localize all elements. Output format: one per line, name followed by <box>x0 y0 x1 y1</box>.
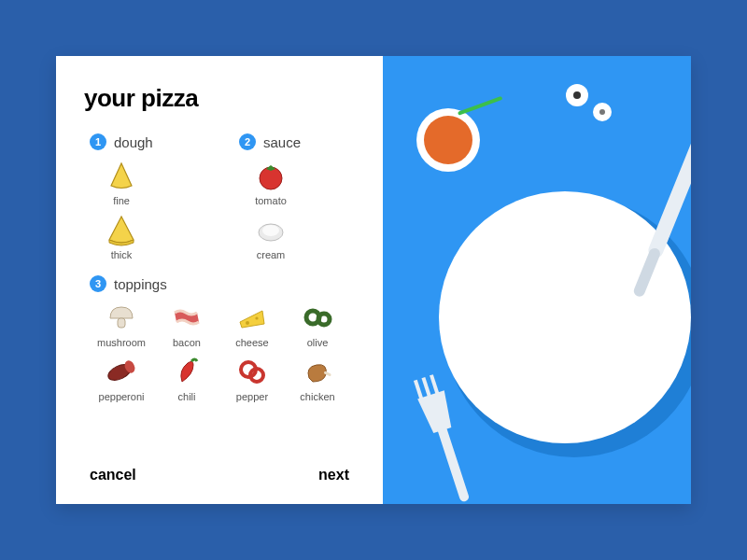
plate-illustration <box>383 56 691 504</box>
svg-point-4 <box>246 321 249 325</box>
option-chili[interactable]: chili <box>159 354 215 402</box>
section-dough: 1 dough fine <box>84 133 205 260</box>
section-label-sauce: sauce <box>263 134 301 150</box>
tomato-icon <box>253 158 289 193</box>
table-scene-icon <box>383 56 691 504</box>
option-label: chicken <box>300 391 334 402</box>
option-label: thick <box>111 249 133 260</box>
svg-point-16 <box>424 116 472 164</box>
option-fine[interactable]: fine <box>93 158 149 206</box>
svg-point-19 <box>573 91 581 99</box>
svg-point-7 <box>318 314 330 325</box>
option-tomato[interactable]: tomato <box>243 158 299 206</box>
option-label: olive <box>307 337 329 348</box>
mushroom-icon <box>104 300 139 335</box>
option-label: pepper <box>236 391 268 402</box>
option-label: cheese <box>235 337 268 348</box>
svg-point-5 <box>255 316 258 319</box>
chicken-icon <box>300 354 335 389</box>
section-sauce: 2 sauce tomato <box>233 133 355 260</box>
option-olive[interactable]: olive <box>289 300 345 348</box>
option-label: fine <box>113 195 130 206</box>
option-pepperoni[interactable]: pepperoni <box>93 354 149 402</box>
pepperoni-icon <box>104 354 139 389</box>
sections: 1 dough fine <box>84 133 355 467</box>
cream-icon <box>253 212 289 247</box>
bacon-icon <box>169 300 204 335</box>
cheese-icon <box>234 300 270 335</box>
step-badge-2: 2 <box>239 133 256 150</box>
config-panel: your pizza 1 dough fine <box>56 56 383 504</box>
dough-fine-icon <box>104 158 139 193</box>
option-label: tomato <box>255 195 287 206</box>
svg-rect-3 <box>118 318 125 328</box>
pepper-ring-icon <box>234 354 270 389</box>
option-thick[interactable]: thick <box>93 212 149 260</box>
option-label: pepperoni <box>99 391 145 402</box>
section-toppings: 3 toppings mushroom <box>84 275 355 402</box>
svg-point-14 <box>439 191 691 443</box>
svg-rect-17 <box>458 96 502 116</box>
pizza-builder-card: your pizza 1 dough fine <box>56 56 691 504</box>
svg-point-2 <box>262 225 279 236</box>
next-button[interactable]: next <box>318 467 349 483</box>
olive-icon <box>300 300 335 335</box>
option-label: chili <box>178 391 196 402</box>
option-label: mushroom <box>97 337 146 348</box>
option-chicken[interactable]: chicken <box>289 354 345 402</box>
section-label-toppings: toppings <box>114 276 167 292</box>
option-cream[interactable]: cream <box>243 212 299 260</box>
step-badge-1: 1 <box>90 133 106 150</box>
footer: cancel next <box>84 467 355 483</box>
option-mushroom[interactable]: mushroom <box>93 300 149 348</box>
page-title: your pizza <box>84 84 355 113</box>
option-bacon[interactable]: bacon <box>159 300 215 348</box>
step-badge-3: 3 <box>90 275 106 292</box>
section-label-dough: dough <box>114 134 153 150</box>
dough-thick-icon <box>104 212 139 247</box>
option-label: bacon <box>173 337 201 348</box>
option-cheese[interactable]: cheese <box>224 300 280 348</box>
svg-point-21 <box>599 109 605 115</box>
chili-icon <box>169 354 204 389</box>
cancel-button[interactable]: cancel <box>90 467 136 483</box>
option-pepper[interactable]: pepper <box>224 354 280 402</box>
option-label: cream <box>257 249 286 260</box>
